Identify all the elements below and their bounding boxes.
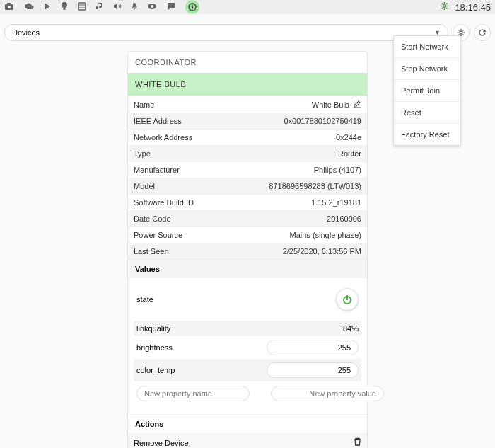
system-settings-icon[interactable] — [440, 1, 449, 13]
svg-point-13 — [460, 31, 462, 34]
value-label: linkquality — [136, 324, 170, 333]
color-temp-input[interactable] — [267, 362, 359, 378]
prop-value: Philips (4107) — [314, 166, 361, 174]
brightness-input[interactable] — [267, 340, 359, 355]
dropdown-reset[interactable]: Reset — [394, 102, 460, 124]
prop-value: Router — [338, 149, 361, 158]
value-label: brightness — [136, 343, 173, 352]
values-header: Values — [128, 259, 367, 278]
system-topbar: 18:16:45 — [0, 0, 495, 14]
svg-rect-8 — [133, 3, 136, 8]
power-toggle[interactable] — [336, 288, 359, 311]
actions-list: Remove Device Force Remove Device Ban De… — [128, 433, 367, 448]
actions-header: Actions — [128, 414, 367, 433]
new-property-name-input[interactable] — [136, 386, 250, 401]
svg-rect-5 — [78, 3, 86, 10]
device-title: WHITE BULB — [128, 73, 367, 96]
film-icon[interactable] — [78, 2, 86, 13]
bulb-icon[interactable] — [61, 1, 68, 13]
svg-point-12 — [443, 5, 446, 8]
svg-point-2 — [8, 5, 11, 8]
prop-label: Last Seen — [134, 247, 169, 255]
dropdown-stop-network[interactable]: Stop Network — [394, 58, 460, 80]
settings-dropdown: Start Network Stop Network Permit Join R… — [393, 35, 461, 146]
value-readout: 84% — [343, 324, 359, 333]
svg-rect-1 — [7, 3, 11, 5]
prop-label: IEEE Address — [134, 117, 182, 125]
svg-point-10 — [151, 5, 153, 8]
prop-value: 8718696598283 (LTW013) — [269, 182, 361, 190]
trash-icon[interactable] — [354, 437, 361, 448]
prop-label: Date Code — [134, 214, 171, 223]
prop-label: Type — [134, 149, 151, 158]
values-section: state linkquality84% brightness color_te… — [128, 278, 367, 414]
edit-icon[interactable] — [354, 100, 361, 109]
prop-label: Network Address — [134, 133, 192, 142]
prop-label: Software Build ID — [134, 198, 194, 207]
devices-select[interactable]: Devices ▼ — [4, 24, 448, 41]
device-card: COORDINATOR WHITE BULB NameWhite Bulb IE… — [127, 51, 368, 448]
value-label: color_temp — [136, 366, 175, 374]
prop-value: Mains (single phase) — [290, 231, 362, 239]
prop-label: Manufacturer — [134, 166, 180, 174]
prop-label: Name — [134, 100, 154, 109]
prop-value: 1.15.2_r19181 — [311, 198, 361, 207]
svg-rect-4 — [64, 8, 66, 10]
refresh-button[interactable] — [474, 24, 491, 41]
tray-icons — [4, 0, 199, 14]
new-property-value-input[interactable] — [271, 386, 384, 401]
svg-rect-14 — [354, 100, 361, 108]
properties-list: NameWhite Bulb IEEE Address0x00178801027… — [128, 96, 367, 259]
dropdown-start-network[interactable]: Start Network — [394, 36, 460, 58]
dropdown-permit-join[interactable]: Permit Join — [394, 80, 460, 102]
card-header: COORDINATOR — [128, 52, 367, 73]
clock: 18:16:45 — [455, 2, 491, 13]
compass-icon[interactable] — [185, 0, 199, 14]
volume-icon[interactable] — [113, 2, 122, 13]
chat-icon[interactable] — [167, 2, 175, 13]
music-icon[interactable] — [96, 2, 103, 13]
play-icon[interactable] — [44, 2, 51, 13]
prop-value: White Bulb — [312, 100, 349, 109]
svg-point-3 — [62, 2, 67, 8]
mic-icon[interactable] — [132, 2, 137, 13]
prop-label: Model — [134, 182, 155, 190]
value-label: state — [136, 295, 153, 304]
camera-icon[interactable] — [4, 2, 14, 13]
prop-value: 20160906 — [327, 214, 361, 223]
action-label[interactable]: Remove Device — [134, 439, 189, 447]
prop-value: 0x0017880102750419 — [284, 117, 361, 125]
eye-icon[interactable] — [147, 2, 157, 12]
prop-value: 0x244e — [336, 133, 361, 142]
devices-select-label: Devices — [12, 28, 40, 37]
cloud-icon[interactable] — [24, 2, 34, 12]
prop-value: 2/25/2020, 6:13:56 PM — [283, 247, 361, 255]
prop-label: Power Source — [134, 231, 182, 239]
dropdown-factory-reset[interactable]: Factory Reset — [394, 124, 460, 145]
